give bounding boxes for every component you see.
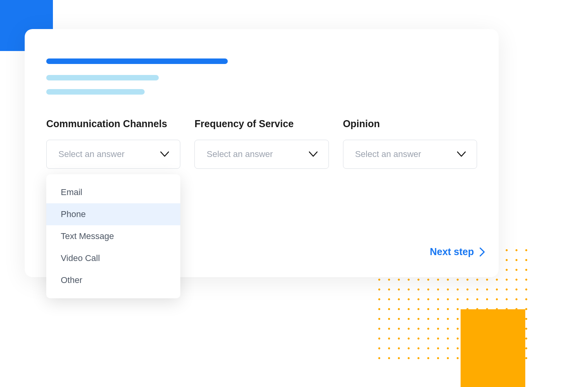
next-step-button[interactable]: Next step bbox=[430, 246, 485, 257]
dropdown-item-text-message[interactable]: Text Message bbox=[46, 225, 180, 247]
chevron-down-icon bbox=[160, 152, 169, 157]
field-label: Frequency of Service bbox=[194, 118, 328, 130]
select-frequency-of-service[interactable]: Select an answer bbox=[194, 140, 328, 169]
placeholder-line-secondary-2 bbox=[46, 89, 145, 95]
field-label: Opinion bbox=[343, 118, 477, 130]
select-placeholder: Select an answer bbox=[207, 149, 273, 159]
chevron-right-icon bbox=[479, 247, 485, 257]
select-communication-channels[interactable]: Select an answer bbox=[46, 140, 180, 169]
placeholder-line-secondary-1 bbox=[46, 75, 159, 80]
dropdown-item-email[interactable]: Email bbox=[46, 181, 180, 203]
next-step-label: Next step bbox=[430, 246, 474, 257]
select-opinion[interactable]: Select an answer bbox=[343, 140, 477, 169]
dropdown-item-other[interactable]: Other bbox=[46, 269, 180, 291]
chevron-down-icon bbox=[457, 152, 466, 157]
placeholder-line-primary bbox=[46, 58, 228, 64]
select-placeholder: Select an answer bbox=[355, 149, 421, 159]
field-communication-channels: Communication Channels Select an answer … bbox=[46, 118, 180, 169]
decorative-orange-square bbox=[461, 309, 525, 387]
dropdown-item-video-call[interactable]: Video Call bbox=[46, 247, 180, 269]
header-placeholder-lines bbox=[46, 58, 477, 95]
fields-row: Communication Channels Select an answer … bbox=[46, 118, 477, 169]
chevron-down-icon bbox=[309, 152, 318, 157]
field-opinion: Opinion Select an answer bbox=[343, 118, 477, 169]
field-frequency-of-service: Frequency of Service Select an answer bbox=[194, 118, 328, 169]
dropdown-item-phone[interactable]: Phone bbox=[46, 203, 180, 225]
dropdown-menu-communication-channels: Email Phone Text Message Video Call Othe… bbox=[46, 174, 180, 298]
form-card: Communication Channels Select an answer … bbox=[25, 29, 499, 277]
field-label: Communication Channels bbox=[46, 118, 180, 130]
select-placeholder: Select an answer bbox=[58, 149, 125, 159]
